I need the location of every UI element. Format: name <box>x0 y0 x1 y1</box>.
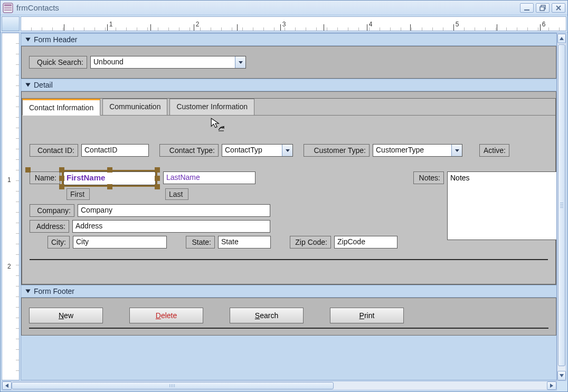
zip-label[interactable]: Zip Code: <box>290 236 331 248</box>
design-surface[interactable]: Form Header Quick Search: Unbound <box>21 33 557 380</box>
address-text[interactable]: Address <box>72 220 270 233</box>
company-text[interactable]: Company <box>78 204 270 217</box>
contact-id-label[interactable]: Contact ID: <box>30 144 78 157</box>
scroll-thumb[interactable] <box>558 44 565 366</box>
tab-label: Customer Information <box>176 102 248 111</box>
firstname-text-selected[interactable]: FirstName <box>63 171 156 185</box>
btn-trail: ew <box>64 311 73 320</box>
svg-marker-13 <box>455 149 459 152</box>
state-label[interactable]: State: <box>186 236 215 248</box>
company-label[interactable]: Company: <box>30 204 74 217</box>
grip-icon <box>560 203 563 208</box>
ruler-major-ticks <box>21 24 566 31</box>
divider-line <box>29 328 548 329</box>
restore-button[interactable] <box>536 3 550 13</box>
svg-rect-2 <box>4 7 12 8</box>
tab-page-contact-information[interactable]: Contact ID: ContactID Contact Type: Cont… <box>22 115 555 284</box>
customer-type-value: CustomerType <box>373 145 451 156</box>
section-bar-detail[interactable]: Detail <box>21 79 556 91</box>
tab-customer-information[interactable]: Customer Information <box>169 99 254 116</box>
zip-text[interactable]: ZipCode <box>334 236 397 248</box>
section-title: Form Footer <box>34 287 74 295</box>
select-all-cell[interactable] <box>2 16 20 31</box>
state-text[interactable]: State <box>218 236 271 248</box>
scroll-left-icon[interactable] <box>2 381 12 390</box>
section-title: Form Header <box>34 35 77 44</box>
contact-id-text[interactable]: ContactID <box>81 144 149 157</box>
svg-marker-12 <box>286 149 290 152</box>
svg-marker-19 <box>550 384 553 388</box>
vertical-ruler[interactable]: 1 2 <box>2 33 20 380</box>
tab-control[interactable]: Contact Information Communication Custom… <box>22 98 556 284</box>
svg-marker-18 <box>5 384 8 388</box>
ruler-number: 2 <box>7 263 11 270</box>
quick-search-label[interactable]: Quick Search: <box>29 56 87 69</box>
customer-type-combo[interactable]: CustomerType <box>373 144 462 157</box>
section-bar-form-footer[interactable]: Form Footer <box>21 285 556 298</box>
tab-contact-information[interactable]: Contact Information <box>22 99 100 116</box>
name-label[interactable]: Name: <box>30 171 60 184</box>
notes-text[interactable]: Notes <box>447 171 557 240</box>
tab-label: Communication <box>109 102 160 111</box>
tab-communication[interactable]: Communication <box>102 99 167 116</box>
svg-rect-3 <box>4 9 12 11</box>
lastname-text[interactable]: LastName <box>163 171 255 184</box>
dropdown-icon[interactable] <box>235 56 245 68</box>
address-label[interactable]: Address: <box>30 220 69 233</box>
firstname-text[interactable]: FirstName <box>63 171 156 185</box>
svg-rect-6 <box>540 7 544 11</box>
city-text[interactable]: City <box>73 236 167 248</box>
form-header-body[interactable]: Quick Search: Unbound <box>21 46 556 79</box>
dropdown-icon[interactable] <box>282 145 292 156</box>
svg-marker-14 <box>211 118 219 127</box>
form-designer-window: frmContacts 1 <box>0 0 568 392</box>
section-twist-icon <box>24 81 32 89</box>
svg-marker-11 <box>25 83 30 87</box>
section-twist-icon <box>24 288 32 295</box>
horizontal-ruler[interactable]: 1 2 3 4 5 6 <box>21 16 566 31</box>
grip-icon <box>169 384 176 387</box>
new-button[interactable]: New <box>29 308 103 323</box>
section-bar-form-header[interactable]: Form Header <box>21 33 556 46</box>
scroll-right-icon[interactable] <box>547 381 556 390</box>
city-label[interactable]: City: <box>48 236 70 248</box>
vruler-minor-ticks <box>16 33 19 380</box>
quick-search-value: Unbound <box>91 56 235 68</box>
scroll-down-icon[interactable] <box>557 371 566 380</box>
svg-rect-4 <box>524 9 529 11</box>
vertical-scrollbar[interactable] <box>557 33 566 381</box>
scroll-thumb[interactable] <box>12 382 334 389</box>
print-button[interactable]: Print <box>330 308 404 323</box>
contact-type-combo[interactable]: ContactTyp <box>222 144 293 157</box>
svg-rect-1 <box>4 4 12 6</box>
last-sublabel[interactable]: Last <box>165 188 188 200</box>
delete-button[interactable]: Delete <box>129 308 203 323</box>
horizontal-scrollbar[interactable] <box>2 381 557 390</box>
first-sublabel[interactable]: First <box>67 188 90 200</box>
section-twist-icon <box>24 36 32 43</box>
mouse-cursor-icon <box>211 118 223 130</box>
scroll-up-icon[interactable] <box>557 34 566 43</box>
minimize-button[interactable] <box>520 3 534 13</box>
close-button[interactable] <box>552 3 565 13</box>
form-icon <box>3 3 13 13</box>
section-title: Detail <box>34 81 53 89</box>
titlebar: frmContacts <box>1 1 567 15</box>
window-title: frmContacts <box>16 3 59 12</box>
active-label[interactable]: Active: <box>479 144 509 157</box>
customer-type-label[interactable]: Customer Type: <box>304 144 370 157</box>
svg-marker-15 <box>25 290 30 293</box>
tab-strip: Contact Information Communication Custom… <box>22 99 555 116</box>
svg-marker-10 <box>239 61 243 64</box>
search-button[interactable]: Search <box>230 308 304 323</box>
quick-search-combo[interactable]: Unbound <box>90 56 246 69</box>
contact-type-label[interactable]: Contact Type: <box>159 144 219 157</box>
detail-body[interactable]: Contact Information Communication Custom… <box>21 91 556 285</box>
dropdown-icon[interactable] <box>451 145 462 156</box>
form-footer-body[interactable]: New Delete Search Print <box>21 298 556 336</box>
svg-marker-9 <box>25 38 30 42</box>
notes-label[interactable]: Notes: <box>413 171 444 184</box>
svg-marker-16 <box>560 37 564 40</box>
tab-label: Contact Information <box>29 103 93 112</box>
contact-type-value: ContactTyp <box>222 145 282 156</box>
